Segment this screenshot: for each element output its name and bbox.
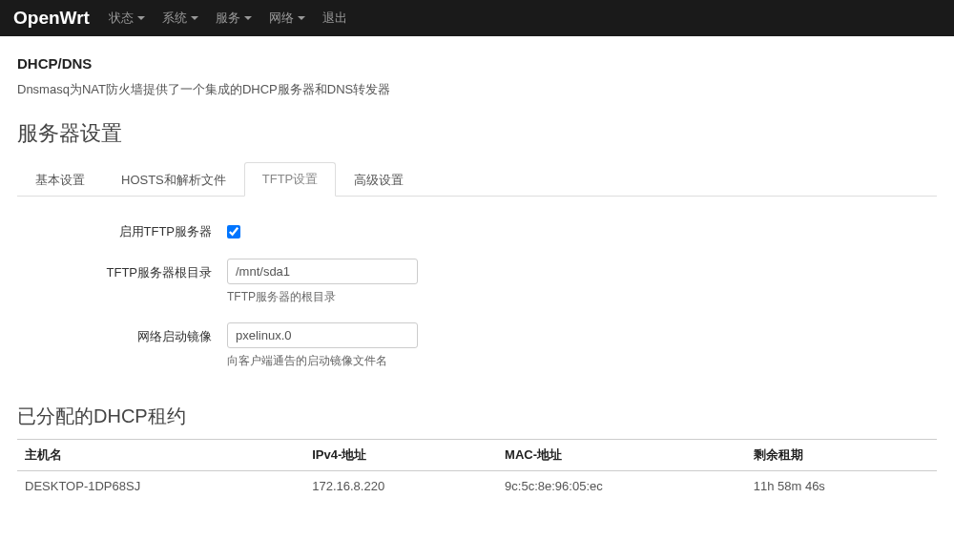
tab-general[interactable]: 基本设置 xyxy=(17,163,103,197)
section-heading-server: 服务器设置 xyxy=(17,119,937,148)
page-title: DHCP/DNS xyxy=(17,55,937,72)
nav-item-network[interactable]: 网络 xyxy=(269,10,305,27)
cell-mac: 9c:5c:8e:96:05:ec xyxy=(497,471,746,502)
cell-ipv4: 172.16.8.220 xyxy=(304,471,497,502)
label-tftp-root: TFTP服务器根目录 xyxy=(17,259,227,281)
cell-hostname: DESKTOP-1DP68SJ xyxy=(17,471,304,502)
top-navbar: OpenWrt 状态 系统 服务 网络 退出 xyxy=(0,0,954,36)
label-boot-image: 网络启动镜像 xyxy=(17,322,227,345)
label-enable-tftp: 启用TFTP服务器 xyxy=(17,218,227,240)
nav-item-logout[interactable]: 退出 xyxy=(322,10,347,27)
brand[interactable]: OpenWrt xyxy=(13,8,90,29)
nav-item-services[interactable]: 服务 xyxy=(216,10,252,27)
nav-label: 状态 xyxy=(109,10,134,27)
table-row: DESKTOP-1DP68SJ 172.16.8.220 9c:5c:8e:96… xyxy=(17,471,937,502)
input-tftp-root[interactable] xyxy=(227,259,418,284)
col-remaining: 剩余租期 xyxy=(746,440,937,471)
col-ipv4: IPv4-地址 xyxy=(304,440,497,471)
nav-label: 服务 xyxy=(216,10,240,27)
caret-down-icon xyxy=(191,16,198,20)
main-content: DHCP/DNS Dnsmasq为NAT防火墙提供了一个集成的DHCP服务器和D… xyxy=(0,36,954,512)
leases-table: 主机名 IPv4-地址 MAC-地址 剩余租期 DESKTOP-1DP68SJ … xyxy=(17,439,937,501)
help-boot-image: 向客户端通告的启动镜像文件名 xyxy=(227,353,937,369)
field-boot-image: 向客户端通告的启动镜像文件名 xyxy=(227,322,937,369)
nav-label: 网络 xyxy=(269,10,294,27)
caret-down-icon xyxy=(137,16,145,20)
row-boot-image: 网络启动镜像 向客户端通告的启动镜像文件名 xyxy=(17,322,937,369)
col-hostname: 主机名 xyxy=(17,440,304,471)
col-mac: MAC-地址 xyxy=(497,440,746,471)
caret-down-icon xyxy=(244,16,252,20)
field-enable-tftp xyxy=(227,218,937,241)
nav-item-status[interactable]: 状态 xyxy=(109,10,145,27)
page-description: Dnsmasq为NAT防火墙提供了一个集成的DHCP服务器和DNS转发器 xyxy=(17,81,937,98)
help-tftp-root: TFTP服务器的根目录 xyxy=(227,289,937,305)
row-enable-tftp: 启用TFTP服务器 xyxy=(17,218,937,241)
nav-item-system[interactable]: 系统 xyxy=(162,10,198,27)
checkbox-enable-tftp[interactable] xyxy=(227,225,240,239)
cell-remaining: 11h 58m 46s xyxy=(746,471,937,502)
row-tftp-root: TFTP服务器根目录 TFTP服务器的根目录 xyxy=(17,259,937,305)
tab-tftp[interactable]: TFTP设置 xyxy=(244,162,337,197)
table-header-row: 主机名 IPv4-地址 MAC-地址 剩余租期 xyxy=(17,440,937,471)
tab-hosts[interactable]: HOSTS和解析文件 xyxy=(103,163,244,197)
nav-label: 系统 xyxy=(162,10,187,27)
tab-bar: 基本设置 HOSTS和解析文件 TFTP设置 高级设置 xyxy=(17,161,937,197)
caret-down-icon xyxy=(298,16,305,20)
input-boot-image[interactable] xyxy=(227,322,418,348)
section-heading-leases: 已分配的DHCP租约 xyxy=(17,404,937,429)
field-tftp-root: TFTP服务器的根目录 xyxy=(227,259,937,305)
tab-advanced[interactable]: 高级设置 xyxy=(336,163,422,197)
